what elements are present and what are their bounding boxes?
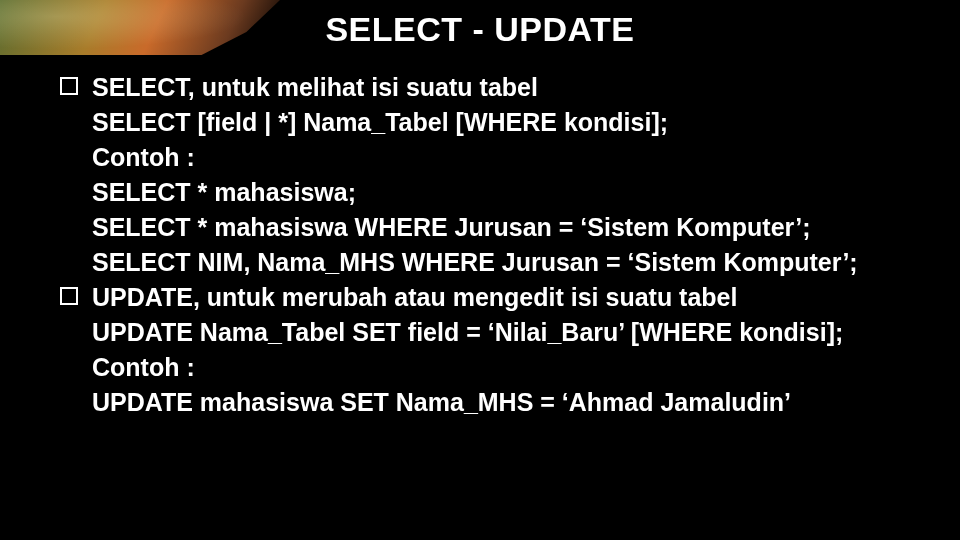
bullet-line: Contoh : <box>60 351 912 384</box>
bullet-line: SELECT NIM, Nama_MHS WHERE Jurusan = ‘Si… <box>60 246 912 279</box>
bullet-item: UPDATE, untuk merubah atau mengedit isi … <box>60 281 912 314</box>
bullet-line: SELECT [field | *] Nama_Tabel [WHERE kon… <box>60 106 912 139</box>
bullet-line: SELECT * mahasiswa WHERE Jurusan = ‘Sist… <box>60 211 912 244</box>
bullet-line: UPDATE mahasiswa SET Nama_MHS = ‘Ahmad J… <box>60 386 912 419</box>
bullet-head: UPDATE, untuk merubah atau mengedit isi … <box>92 281 737 314</box>
bullet-head: SELECT, untuk melihat isi suatu tabel <box>92 71 538 104</box>
bullet-line: UPDATE Nama_Tabel SET field = ‘Nilai_Bar… <box>60 316 912 349</box>
bullet-square-icon <box>60 287 78 305</box>
slide-content: SELECT, untuk melihat isi suatu tabel SE… <box>48 71 912 419</box>
slide-title: SELECT - UPDATE <box>48 10 912 49</box>
slide: SELECT - UPDATE SELECT, untuk melihat is… <box>0 0 960 540</box>
bullet-item: SELECT, untuk melihat isi suatu tabel <box>60 71 912 104</box>
bullet-line: SELECT * mahasiswa; <box>60 176 912 209</box>
bullet-square-icon <box>60 77 78 95</box>
bullet-line: Contoh : <box>60 141 912 174</box>
